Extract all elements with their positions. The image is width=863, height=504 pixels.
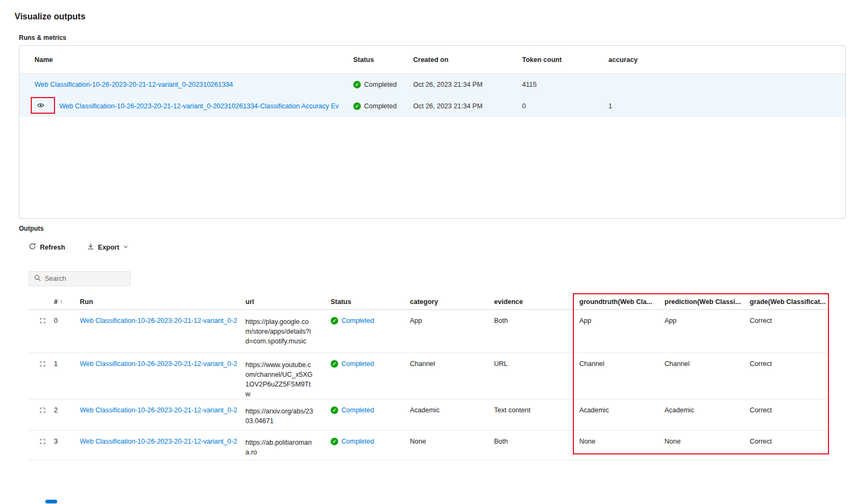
created-on-cell: Oct 26, 2023 21:34 PM [413,102,522,110]
run-link[interactable]: Web Classification-10-26-2023-20-21-12-v… [59,102,339,110]
refresh-icon [29,243,36,252]
runs-column-created-on: Created on [413,56,522,64]
groundtruth-cell: App [579,317,665,325]
chevron-down-icon [123,244,128,251]
groundtruth-cell: Academic [579,406,665,414]
accuracy-cell: 1 [608,102,846,110]
expand-row-button[interactable] [39,361,46,367]
column-index[interactable]: # ↑ [54,298,80,306]
completed-icon: ✓ [331,360,338,368]
run-link[interactable]: Web Classification-10-26-2023-20-21-12-v… [35,81,233,88]
row-index: 3 [54,438,80,445]
completed-icon: ✓ [353,102,361,110]
created-on-cell: Oct 26, 2023 21:34 PM [413,81,522,88]
run-link[interactable]: Web Classification-10-26-2023-20-21-12-v… [80,317,237,325]
table-row: 2 Web Classification-10-26-2023-20-21-12… [29,399,829,431]
runs-table-row[interactable]: Web Classification-10-26-2023-20-21-12-v… [19,95,845,117]
url-cell: https://ab.politiaromana.ro [245,438,331,457]
runs-column-accuracy: accuracy [608,56,846,64]
token-count-cell: 4115 [522,81,608,88]
expand-row-button[interactable] [39,317,46,324]
eye-icon [36,101,45,112]
outputs-table: # ↑ Run url Status category evidence gro… [29,294,829,460]
completed-icon: ✓ [331,317,338,325]
row-index: 0 [54,317,80,325]
row-index: 2 [54,406,80,414]
page-title: Visualize outputs [15,12,85,22]
outputs-toolbar: Refresh Export [25,240,132,254]
status-text: Completed [341,360,374,368]
runs-table-header: Name Status Created on Token count accur… [19,46,845,74]
run-link[interactable]: Web Classification-10-26-2023-20-21-12-v… [80,406,237,414]
column-prediction: prediction(Web Classi... [665,298,750,306]
row-index: 1 [54,360,80,368]
evidence-cell: URL [494,360,579,368]
token-count-cell: 0 [522,102,608,110]
evidence-cell: Text content [494,406,579,414]
column-run: Run [80,298,245,306]
category-cell: Academic [410,406,494,414]
sort-ascending-icon: ↑ [60,298,63,306]
column-status: Status [331,298,410,306]
completed-icon: ✓ [353,81,361,88]
groundtruth-cell: None [579,438,665,445]
category-cell: None [410,438,494,445]
expand-row-button[interactable] [39,407,46,413]
horizontal-scrollbar-thumb[interactable] [45,500,57,503]
search-input[interactable] [45,275,125,282]
grade-cell: Correct [750,360,829,368]
completed-icon: ✓ [331,438,338,445]
column-groundtruth: groundtruth(Web Cla... [579,298,665,306]
expand-row-button[interactable] [39,438,46,445]
column-evidence: evidence [494,298,579,306]
status-text: Completed [341,317,374,325]
grade-cell: Correct [750,406,829,414]
runs-metrics-panel: Name Status Created on Token count accur… [19,45,846,219]
search-box [29,271,131,286]
table-row: 1 Web Classification-10-26-2023-20-21-12… [29,353,829,399]
column-category: category [410,298,494,306]
status-text: Completed [364,81,396,88]
runs-column-name: Name [19,56,353,64]
prediction-cell: None [665,438,750,445]
groundtruth-cell: Channel [579,360,665,368]
runs-column-token-count: Token count [522,56,608,64]
grade-cell: Correct [750,317,829,325]
column-url: url [245,298,331,306]
prediction-cell: App [665,317,750,325]
url-cell: https://www.youtube.com/channel/UC_x5XG1… [245,360,331,399]
prediction-cell: Academic [665,406,750,414]
grade-cell: Correct [750,438,829,445]
completed-icon: ✓ [331,406,338,414]
status-text: Completed [341,438,374,445]
prediction-cell: Channel [665,360,750,368]
runs-column-status: Status [353,56,413,64]
url-cell: https://arxiv.org/abs/2303.04671 [245,406,331,426]
run-link[interactable]: Web Classification-10-26-2023-20-21-12-v… [80,438,237,445]
search-icon [34,274,41,284]
runs-table-row[interactable]: Web Classification-10-26-2023-20-21-12-v… [19,74,845,95]
evidence-cell: Both [494,317,579,325]
run-link[interactable]: Web Classification-10-26-2023-20-21-12-v… [80,360,237,368]
category-cell: Channel [410,360,494,368]
evidence-cell: Both [494,438,579,445]
runs-metrics-label: Runs & metrics [19,34,66,42]
status-text: Completed [341,406,374,414]
outputs-table-header: # ↑ Run url Status category evidence gro… [29,294,829,310]
download-icon [87,243,94,252]
refresh-button[interactable]: Refresh [25,240,69,254]
visualize-eye-button[interactable] [35,100,46,112]
refresh-label: Refresh [40,244,65,251]
export-button[interactable]: Export [84,240,132,254]
outputs-label: Outputs [19,225,44,232]
table-row: 3 Web Classification-10-26-2023-20-21-12… [29,431,829,460]
category-cell: App [410,317,494,325]
export-label: Export [98,244,120,251]
url-cell: https://play.google.com/store/apps/detai… [245,317,331,346]
table-row: 0 Web Classification-10-26-2023-20-21-12… [29,310,829,353]
column-grade: grade(Web Classificat... [750,298,829,306]
status-text: Completed [364,102,396,110]
